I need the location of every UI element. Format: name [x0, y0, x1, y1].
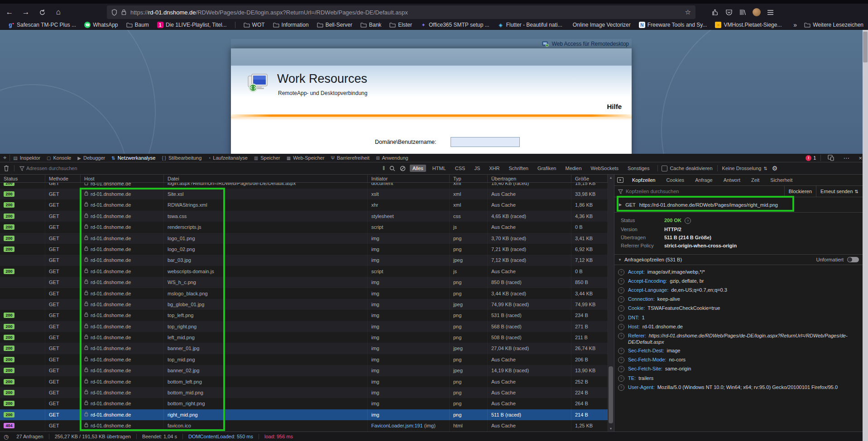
disable-cache-checkbox[interactable]: Cache deaktivieren	[662, 166, 712, 171]
network-request-row[interactable]: 200GETrd-01.dnshome.detop_left.pngimgpng…	[0, 310, 608, 321]
block-url-button[interactable]: Blockieren	[784, 186, 816, 197]
filter-pill-sonstiges[interactable]: Sonstiges	[625, 165, 652, 172]
disclosure-triangle-icon[interactable]: ▶	[619, 203, 622, 207]
bookmark-star-icon[interactable]: ☆	[685, 8, 691, 16]
resend-button[interactable]: Erneut senden⇅	[816, 186, 863, 197]
request-header-row[interactable]: ?DNT:1	[614, 313, 863, 322]
header-help-icon[interactable]: ?	[618, 324, 624, 330]
header-help-icon[interactable]: ?	[618, 366, 624, 372]
header-help-icon[interactable]: ?	[618, 269, 624, 275]
request-header-row[interactable]: ?Host:rd-01.dnshome.de	[614, 322, 863, 331]
network-request-row[interactable]: GETrd-01.dnshome.debg_globe_01.jpgimgjpe…	[0, 299, 608, 310]
url-bar[interactable]: https://rd-01.dnshome.de/RDWeb/Pages/de-…	[107, 5, 695, 19]
bookmark-item[interactable]: Bank	[360, 22, 381, 28]
header-help-icon[interactable]: ?	[618, 315, 624, 321]
devtools-tab-debugger[interactable]: ▶Debugger	[74, 154, 108, 162]
details-tab-zeit[interactable]: Zeit	[746, 177, 765, 183]
request-url-row[interactable]: ▶ GET https://rd-01.dnshome.de/RDWeb/Pag…	[614, 197, 863, 213]
network-request-row[interactable]: 200GETrd-01.dnshome.delogo_01.pngimgpng3…	[0, 233, 608, 244]
extension-thumb-icon[interactable]	[712, 9, 719, 16]
network-request-row[interactable]: 200GETrd-01.dnshome.debottom_left.pngimg…	[0, 376, 608, 387]
devtools-tab-konsole[interactable]: ▢Konsole	[43, 154, 74, 162]
header-help-icon[interactable]: ?	[618, 384, 624, 391]
network-request-row[interactable]: 200GETrd-01.dnshome.derenderscripts.jssc…	[0, 222, 608, 232]
devtools-tab-netzwerkanalyse[interactable]: ⇅Netzwerkanalyse	[108, 154, 158, 162]
network-request-row[interactable]: 200GETrd-01.dnshome.deSite.xslxsltxmlAus…	[0, 189, 608, 199]
bookmark-item[interactable]: Bell-Server	[317, 22, 352, 28]
devtools-tab-inspektor[interactable]: ▤Inspektor	[10, 154, 43, 162]
devtools-menu-icon[interactable]: ⋯	[843, 154, 849, 161]
profile-avatar[interactable]	[753, 8, 761, 16]
scroll-up-arrow-icon[interactable]: ▴	[608, 175, 614, 180]
network-search-input[interactable]	[25, 165, 380, 171]
column-header-methode[interactable]: Methode	[45, 175, 81, 182]
request-header-row[interactable]: ?Referer:https://rd-01.dnshome.de/RDWeb/…	[614, 331, 863, 346]
help-link[interactable]: Hilfe	[607, 103, 622, 110]
page-scrollbar-thumb[interactable]	[863, 32, 868, 62]
details-tab-kopfzeilen[interactable]: Kopfzeilen	[627, 177, 661, 183]
request-headers-section[interactable]: ▼ Anfragekopfzeilen (531 B) Unformatiert	[614, 254, 863, 265]
header-help-icon[interactable]: ?	[618, 348, 624, 354]
details-tab-cookies[interactable]: Cookies	[661, 177, 690, 183]
network-request-row[interactable]: 200GETrd-01.dnshome.detop_mid.pngimgpngA…	[0, 354, 608, 365]
network-table-scrollbar[interactable]: ▴ ▾	[608, 175, 614, 432]
pick-element-button[interactable]: ⌖	[0, 154, 10, 162]
bookmark-item[interactable]: ✦Office365 SMTP setup ...	[420, 22, 489, 28]
request-header-row[interactable]: ?Sec-Fetch-Mode:no-cors	[614, 356, 863, 365]
network-request-row[interactable]: 200GETrd-01.dnshome.debanner_01.jpgimgjp…	[0, 343, 608, 354]
scroll-down-arrow-icon[interactable]: ▾	[608, 427, 614, 431]
filter-pill-html[interactable]: HTML	[430, 165, 449, 172]
network-request-row[interactable]: 200GETrd-01.dnshome.dewebscripts-domain.…	[0, 266, 608, 277]
timing-clock-icon[interactable]: ◷	[4, 433, 9, 440]
bookmark-item[interactable]: 1Die 1LIVE-Playlist, Titel...	[157, 22, 227, 28]
network-table-header[interactable]: StatusMethodeHostDateiInitiatorTypÜbertr…	[0, 175, 608, 183]
request-header-row[interactable]: ?Connection:keep-alive	[614, 295, 863, 304]
scrollbar-thumb[interactable]	[609, 366, 613, 423]
column-header-typ[interactable]: Typ	[450, 175, 488, 182]
bookmark-item[interactable]: Elster	[389, 22, 412, 28]
network-request-row[interactable]: 200GETrd-01.dnshome.debottom_mid.pngimgp…	[0, 387, 608, 398]
request-header-row[interactable]: ?Cookie:TSWAFeatureCheckCookie=true	[614, 304, 863, 313]
network-request-row[interactable]: 200GETrd-01.dnshome.debottom_right.pngim…	[0, 398, 608, 409]
request-header-row[interactable]: ?Sec-Fetch-Dest:image	[614, 346, 863, 356]
column-header-übertragen[interactable]: Übertragen	[488, 175, 571, 182]
filter-pill-medien[interactable]: Medien	[562, 165, 584, 172]
responsive-design-mode-icon[interactable]	[828, 155, 834, 161]
clear-requests-icon[interactable]	[4, 165, 9, 171]
library-icon[interactable]	[739, 9, 746, 16]
network-request-row[interactable]: GETrd-01.dnshome.demslogo_black.pngimgpn…	[0, 288, 608, 299]
network-request-row[interactable]: 200GETrd-01.dnshome.debanner_02.jpgimgjp…	[0, 365, 608, 376]
details-tab-sicherheit[interactable]: Sicherheit	[765, 177, 798, 183]
network-request-row[interactable]: GETrd-01.dnshome.deWS_h_c.pngimgpng850 B…	[0, 277, 608, 288]
section-triangle-icon[interactable]: ▼	[618, 258, 622, 262]
column-header-host[interactable]: Host	[81, 175, 164, 182]
devtools-tab-anwendung[interactable]: ⊞Anwendung	[373, 154, 412, 162]
filter-pill-xhr[interactable]: XHR	[486, 165, 502, 172]
network-request-row[interactable]: 200GETrd-01.dnshome.deleft_mid.pngimgpng…	[0, 332, 608, 343]
details-tab-antwort[interactable]: Antwort	[718, 177, 746, 183]
header-help-icon[interactable]: ?	[618, 287, 624, 294]
network-request-row[interactable]: 404GETrd-01.dnshome.defavicon.icoFavicon…	[0, 420, 608, 431]
devtools-tab-stilbearbeitung[interactable]: { }Stilbearbeitung	[158, 154, 205, 162]
devtools-tab-speicher[interactable]: ▥Speicher	[251, 154, 283, 162]
bookmark-item[interactable]: Information	[273, 22, 309, 28]
network-request-row[interactable]: 200GETrd-01.dnshome.delogin.aspx?ReturnU…	[0, 183, 608, 189]
page-scrollbar[interactable]	[863, 30, 868, 441]
bookmark-item[interactable]: NFreeware Tools and Sy...	[639, 22, 707, 28]
reload-button[interactable]	[35, 6, 49, 19]
lock-icon[interactable]	[121, 9, 126, 15]
devtools-tab-laufzeitanalyse[interactable]: ◔Laufzeitanalyse	[205, 154, 251, 162]
request-header-row[interactable]: ?TE:trailers	[614, 374, 863, 383]
header-help-icon[interactable]: ?	[618, 375, 624, 382]
pocket-icon[interactable]	[725, 9, 733, 16]
initiator-link[interactable]: FaviconLoader.jsm:191	[371, 423, 423, 428]
header-help-icon[interactable]: ?	[618, 296, 624, 303]
column-header-datei[interactable]: Datei	[164, 175, 368, 182]
details-tab-anfrage[interactable]: Anfrage	[690, 177, 718, 183]
bookmark-item[interactable]: WOT	[244, 22, 265, 28]
bookmarks-overflow-chevron[interactable]: »	[793, 21, 797, 28]
column-header-status[interactable]: Status	[0, 175, 45, 182]
home-button[interactable]: ⌂	[52, 6, 65, 19]
network-request-row[interactable]: 200GETrd-01.dnshome.delogo_02.pngimgpng7…	[0, 244, 608, 255]
error-count-badge[interactable]: !1	[806, 155, 816, 161]
